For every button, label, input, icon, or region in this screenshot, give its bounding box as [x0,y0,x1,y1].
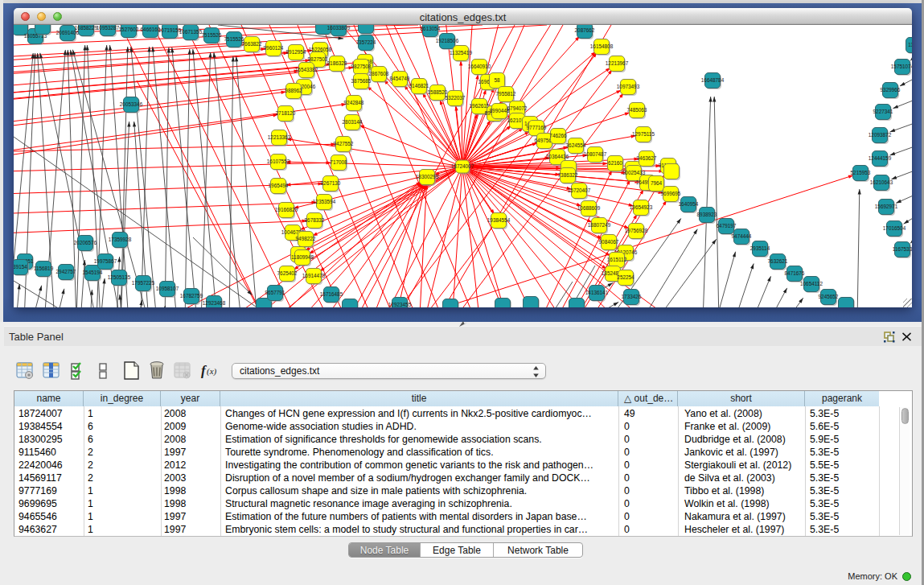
svg-text:7663822: 7663822 [242,41,262,47]
svg-text:19384554: 19384554 [487,217,511,223]
svg-text:20364436: 20364436 [546,154,569,159]
svg-text:10671355: 10671355 [179,29,203,35]
svg-text:19756928: 19756928 [625,228,648,233]
svg-text:9084067: 9084067 [599,239,619,245]
svg-text:1615112: 1615112 [607,257,627,262]
svg-text:19166829: 19166829 [275,207,298,212]
svg-text:7357224: 7357224 [356,39,376,45]
svg-text:9777169: 9777169 [527,125,547,130]
svg-text:1156819: 1156819 [34,266,54,271]
svg-text:15751074: 15751074 [891,64,912,69]
svg-text:12975115: 12975115 [632,131,655,137]
svg-text:14136141: 14136141 [585,290,609,295]
svg-text:1545194: 1545194 [83,270,103,275]
svg-text:17016504: 17016504 [883,225,906,231]
svg-text:18807249: 18807249 [588,222,611,228]
svg-text:58: 58 [494,77,500,83]
svg-text:10953287: 10953287 [97,25,120,31]
svg-text:1733426: 1733426 [622,294,642,299]
svg-text:15720407: 15720407 [568,187,591,193]
svg-text:2867608: 2867608 [369,71,389,76]
svg-text:9699695: 9699695 [661,191,681,196]
svg-text:10807487: 10807487 [584,151,607,157]
svg-text:988962: 988962 [285,88,302,93]
svg-text:16154808: 16154808 [590,43,614,49]
svg-text:746266: 746266 [549,133,567,138]
svg-text:10688609: 10688609 [577,205,601,211]
svg-text:16033809: 16033809 [327,25,351,31]
svg-text:717008: 717008 [330,159,347,165]
svg-text:9827503: 9827503 [308,56,328,62]
svg-text:7515526: 7515526 [202,32,222,38]
svg-text:12923455: 12923455 [388,302,412,307]
svg-text:10719155: 10719155 [158,27,182,33]
svg-text:9245652: 9245652 [819,294,839,299]
svg-text:9657791: 9657791 [265,290,285,295]
svg-text:18300295: 18300295 [416,174,439,179]
svg-text:10973493: 10973493 [617,84,640,89]
svg-text:17957225: 17957225 [132,280,155,286]
svg-text:20053346: 20053346 [120,101,143,107]
svg-text:2935114: 2935114 [750,245,770,251]
svg-text:8678332: 8678332 [305,217,325,223]
svg-text:8186328: 8186328 [327,60,347,66]
svg-text:1112: 1112 [908,42,912,47]
svg-text:1640954: 1640954 [679,201,699,207]
svg-text:9474444: 9474444 [732,233,752,239]
svg-text:11325419: 11325419 [450,50,472,56]
svg-text:16107552: 16107552 [267,159,290,164]
svg-text:15692971: 15692971 [875,204,898,209]
svg-text:20691406: 20691406 [56,30,80,35]
svg-text:8454749: 8454749 [390,76,410,81]
svg-text:12923468: 12923468 [203,300,226,306]
svg-text:9498222: 9498222 [296,236,316,241]
svg-text:3624554: 3624554 [566,142,586,148]
svg-text:16210643: 16210643 [870,179,893,185]
svg-text:9827508: 9827508 [351,64,372,69]
svg-text:5215953: 5215953 [851,170,871,175]
svg-text:1527602: 1527602 [119,27,139,32]
svg-text:1965494: 1965494 [269,183,289,188]
svg-text:8471676: 8471676 [785,270,805,276]
svg-text:8267130: 8267130 [321,180,341,186]
svg-text:5322037: 5322037 [446,95,466,101]
svg-text:9227341: 9227341 [873,109,893,114]
svg-text:16914479: 16914479 [302,273,326,278]
svg-text:8938923: 8938923 [697,212,717,217]
svg-text:12505135: 12505135 [108,274,131,280]
svg-text:7632621: 7632621 [768,258,788,264]
svg-text:16782759: 16782759 [180,293,203,299]
svg-text:15716485: 15716485 [320,291,343,297]
svg-text:16648784: 16648784 [701,77,725,83]
svg-text:12093872: 12093872 [869,132,892,138]
svg-text:9146821: 9146821 [409,83,429,89]
svg-text:252254: 252254 [617,274,634,280]
svg-text:2942757: 2942757 [56,269,76,274]
svg-text:19218506: 19218506 [436,38,459,43]
svg-text:10025433: 10025433 [622,170,646,175]
svg-text:1167533: 1167533 [893,246,912,252]
svg-text:9463627: 9463627 [637,155,657,161]
svg-text:3875685: 3875685 [351,78,372,84]
svg-text:2803144: 2803144 [343,119,363,125]
svg-text:12213967: 12213967 [606,60,629,66]
svg-text:9242848: 9242848 [344,100,364,105]
svg-text:8613054: 8613054 [421,26,441,31]
svg-text:2718120: 2718120 [276,110,296,116]
svg-text:17359928: 17359928 [109,237,132,242]
svg-text:9427552: 9427552 [334,141,354,146]
svg-text:7386322: 7386322 [558,172,578,178]
svg-text:6479197: 6479197 [717,223,737,229]
svg-text:9960124: 9960124 [264,45,284,51]
svg-text:62160: 62160 [608,160,622,166]
svg-text:1588520: 1588520 [428,89,448,95]
svg-text:12213363: 12213363 [268,134,291,140]
svg-text:18724007: 18724007 [451,163,474,169]
svg-text:12353594: 12353594 [313,199,336,204]
svg-text:19975867: 19975867 [94,258,117,264]
svg-text:19654923: 19654923 [630,204,653,210]
svg-text:16543382: 16543382 [295,67,318,72]
svg-text:7485063: 7485063 [627,107,647,113]
svg-text:2087662: 2087662 [575,27,595,33]
svg-text:16640910: 16640910 [468,64,491,69]
